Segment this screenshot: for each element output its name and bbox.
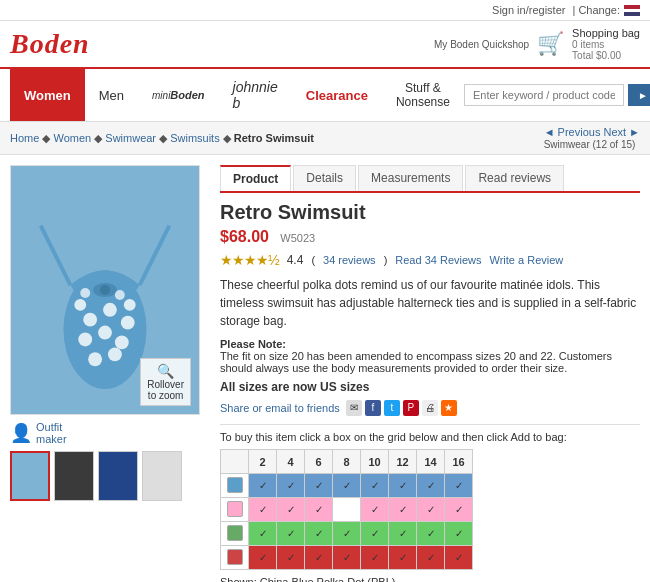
write-review-link[interactable]: Write a Review <box>490 254 564 266</box>
nav-mini-boden[interactable]: miniBoden <box>138 69 219 121</box>
product-details: Product Details Measurements Read review… <box>220 165 640 582</box>
product-description: These cheerful polka dots remind us of o… <box>220 276 640 330</box>
logo[interactable]: Boden <box>10 28 90 60</box>
size-cell[interactable]: ✓ <box>361 546 389 570</box>
size-cell[interactable]: ✓ <box>445 474 473 498</box>
cart-items: 0 items <box>572 39 640 50</box>
size-cell[interactable]: ✓ <box>417 474 445 498</box>
pink-dot <box>227 501 243 517</box>
reviews-count-link[interactable]: 34 reviews <box>323 254 376 266</box>
size-cell[interactable]: ✓ <box>249 474 277 498</box>
svg-point-6 <box>83 313 97 327</box>
rollover-zoom[interactable]: 🔍 Rolloverto zoom <box>140 358 191 406</box>
size-cell[interactable]: ✓ <box>389 522 417 546</box>
size-header-row: 2 4 6 8 10 12 14 16 <box>221 450 473 474</box>
tab-details[interactable]: Details <box>293 165 356 191</box>
breadcrumb-swimsuits[interactable]: Swimsuits <box>170 132 220 144</box>
outfit-maker[interactable]: 👤 Outfitmaker <box>10 421 210 445</box>
product-price: $68.00 <box>220 228 269 245</box>
change-label: Change: <box>578 4 620 16</box>
search-button[interactable]: ► Search <box>628 84 650 106</box>
size-cell[interactable]: ✓ <box>249 522 277 546</box>
thumbnails <box>10 451 210 501</box>
size-cell[interactable]: ✓ <box>277 498 305 522</box>
email-share-icon[interactable]: ✉ <box>346 400 362 416</box>
size-cell[interactable]: ✓ <box>417 498 445 522</box>
size-cell[interactable]: ✓ <box>305 522 333 546</box>
size-cell[interactable]: ✓ <box>333 546 361 570</box>
size-cell[interactable]: ✓ <box>445 546 473 570</box>
read-reviews-link[interactable]: Read 34 Reviews <box>395 254 481 266</box>
product-image-area: 🔍 Rolloverto zoom 👤 Outfitmaker <box>10 165 210 582</box>
size-cell[interactable]: ✓ <box>333 522 361 546</box>
nav-men[interactable]: Men <box>85 69 138 121</box>
size-cell[interactable]: ✓ <box>361 474 389 498</box>
star-rating: ★★★★½ <box>220 252 279 268</box>
thumbnail-1[interactable] <box>10 451 50 501</box>
nav-women[interactable]: Women <box>10 69 85 121</box>
color-swatch-3 <box>221 522 249 546</box>
size-cell[interactable]: ✓ <box>417 522 445 546</box>
size-cell[interactable]: ✓ <box>277 522 305 546</box>
size-10: 10 <box>361 450 389 474</box>
breadcrumb-swimwear[interactable]: Swimwear <box>105 132 156 144</box>
thumbnail-2[interactable] <box>54 451 94 501</box>
print-share-icon[interactable]: 🖨 <box>422 400 438 416</box>
twitter-share-icon[interactable]: t <box>384 400 400 416</box>
rating-number: 4.4 <box>287 253 304 267</box>
svg-point-16 <box>80 288 90 298</box>
pinterest-share-icon[interactable]: P <box>403 400 419 416</box>
facebook-share-icon[interactable]: f <box>365 400 381 416</box>
size-cell[interactable]: ✓ <box>361 498 389 522</box>
tabs: Product Details Measurements Read review… <box>220 165 640 193</box>
nav-johnnie[interactable]: johnnie b <box>219 69 292 121</box>
size-cell[interactable]: ✓ <box>249 498 277 522</box>
size-cell[interactable]: ✓ <box>277 474 305 498</box>
svg-point-15 <box>124 299 136 311</box>
color-swatch-4 <box>221 546 249 570</box>
header: Boden My Boden Quickshop 🛒 Shopping bag … <box>0 21 650 67</box>
size-cell[interactable]: ✓ <box>389 474 417 498</box>
size-cell[interactable]: ✓ <box>305 546 333 570</box>
flag-icon <box>624 5 640 16</box>
size-cell[interactable]: ✓ <box>361 522 389 546</box>
tab-read-reviews[interactable]: Read reviews <box>465 165 564 191</box>
size-cell[interactable]: ✓ <box>249 546 277 570</box>
size-cell[interactable]: ✓ <box>417 546 445 570</box>
nav-clearance[interactable]: Clearance <box>292 69 382 121</box>
size-cell[interactable]: ✓ <box>333 474 361 498</box>
thumbnail-4[interactable] <box>142 451 182 501</box>
size-grid: 2 4 6 8 10 12 14 16 ✓ ✓ ✓ ✓ ✓ ✓ <box>220 449 640 570</box>
search-input[interactable] <box>464 84 624 106</box>
size-cell[interactable]: ✓ <box>277 546 305 570</box>
size-cell-empty[interactable] <box>333 498 361 522</box>
prev-next-nav[interactable]: ◄ Previous Next ► Swimwear (12 of 15) <box>544 126 640 150</box>
breadcrumb-women[interactable]: Women <box>53 132 91 144</box>
bookmark-share-icon[interactable]: ★ <box>441 400 457 416</box>
tab-product[interactable]: Product <box>220 165 291 191</box>
cart-total: Total $0.00 <box>572 50 640 61</box>
signin-link[interactable]: Sign in/register <box>492 4 565 16</box>
svg-point-8 <box>121 316 135 330</box>
svg-point-7 <box>103 303 117 317</box>
main-content: 🔍 Rolloverto zoom 👤 Outfitmaker Product … <box>0 155 650 582</box>
green-dot <box>227 525 243 541</box>
color-row-4: ✓ ✓ ✓ ✓ ✓ ✓ ✓ ✓ <box>221 546 473 570</box>
size-cell[interactable]: ✓ <box>445 522 473 546</box>
size-cell[interactable]: ✓ <box>445 498 473 522</box>
svg-point-14 <box>74 299 86 311</box>
size-16: 16 <box>445 450 473 474</box>
share-link[interactable]: Share or email to friends <box>220 402 340 414</box>
size-cell[interactable]: ✓ <box>389 546 417 570</box>
size-cell[interactable]: ✓ <box>305 498 333 522</box>
thumbnail-3[interactable] <box>98 451 138 501</box>
size-cell[interactable]: ✓ <box>305 474 333 498</box>
cart-icon: 🛒 <box>537 31 564 57</box>
svg-point-13 <box>108 347 122 361</box>
size-cell[interactable]: ✓ <box>389 498 417 522</box>
tab-measurements[interactable]: Measurements <box>358 165 463 191</box>
quickshop-label[interactable]: My Boden Quickshop <box>434 38 529 51</box>
breadcrumb-home[interactable]: Home <box>10 132 39 144</box>
size-4: 4 <box>277 450 305 474</box>
nav-stuff-nonsense[interactable]: Stuff & Nonsense <box>382 69 464 121</box>
